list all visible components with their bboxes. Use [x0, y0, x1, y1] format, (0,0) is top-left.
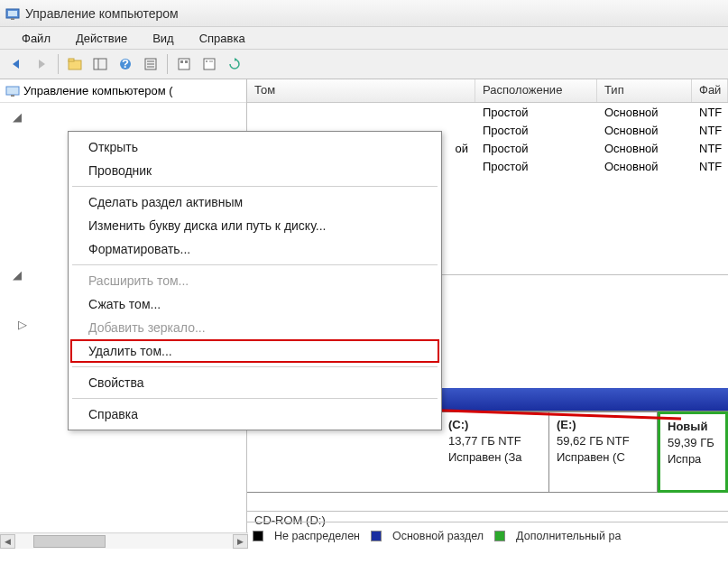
cell-layout: Простой — [475, 158, 597, 175]
volume-status: Испра — [668, 452, 718, 467]
properties-icon[interactable] — [198, 53, 220, 75]
column-type[interactable]: Тип — [597, 79, 692, 102]
app-icon — [5, 6, 20, 21]
legend-extended: Дополнительный ра — [516, 530, 621, 542]
volume-c[interactable]: (C:) 13,77 ГБ NTF Исправен (За — [441, 411, 549, 493]
computer-icon — [5, 84, 20, 98]
menu-help[interactable]: Справка — [187, 29, 258, 48]
horizontal-scrollbar[interactable]: ◀ ▶ — [0, 532, 248, 549]
cell-layout: Простой — [475, 140, 597, 157]
scroll-left-icon[interactable]: ◀ — [0, 534, 15, 549]
ctx-mirror: Добавить зеркало... — [70, 316, 439, 339]
menu-action[interactable]: Действие — [63, 29, 140, 48]
legend: Не распределен Основной раздел Дополните… — [247, 522, 728, 549]
cell-type: Основной — [597, 104, 692, 121]
column-filesystem[interactable]: Фай — [692, 79, 728, 102]
cell-volume — [247, 110, 475, 114]
svg-rect-5 — [94, 59, 106, 69]
scroll-track[interactable] — [15, 534, 233, 549]
list-icon[interactable] — [173, 53, 195, 75]
refresh-icon[interactable] — [224, 53, 245, 75]
menu-view[interactable]: Вид — [140, 29, 187, 48]
legend-swatch-primary — [371, 531, 382, 541]
ctx-separator — [72, 186, 438, 187]
details-icon[interactable] — [140, 53, 161, 75]
svg-point-17 — [206, 60, 207, 62]
cell-type: Основной — [597, 158, 692, 175]
cell-layout: Простой — [475, 104, 597, 121]
legend-swatch-extended — [494, 531, 505, 541]
svg-rect-2 — [11, 18, 14, 20]
svg-text:?: ? — [122, 57, 129, 70]
toolbar-separator — [58, 54, 59, 74]
panel-icon[interactable] — [89, 53, 111, 75]
volume-size: 13,77 ГБ NTF — [448, 434, 541, 448]
cell-fs: NTF — [692, 122, 728, 139]
ctx-separator — [72, 366, 438, 367]
volume-title: (E:) — [557, 418, 650, 432]
expand-icon[interactable]: ▷ — [16, 318, 29, 331]
toolbar: ? — [0, 49, 728, 79]
volume-size: 59,62 ГБ NTF — [557, 434, 650, 448]
ctx-delete-volume[interactable]: Удалить том... — [70, 339, 439, 363]
legend-swatch-unallocated — [253, 531, 263, 541]
table-row[interactable]: Простой Основной NTF — [247, 103, 728, 121]
nav-back-icon[interactable] — [5, 53, 27, 75]
ctx-extend: Расширить том... — [70, 269, 439, 292]
cell-fs: NTF — [692, 104, 728, 121]
tree-root-item[interactable]: Управление компьютером ( — [0, 79, 246, 103]
ctx-make-active[interactable]: Сделать раздел активным — [70, 190, 439, 214]
expand-icon[interactable]: ◢ — [11, 268, 23, 282]
ctx-help[interactable]: Справка — [70, 402, 439, 426]
cell-type: Основной — [597, 140, 692, 157]
column-layout[interactable]: Расположение — [475, 79, 597, 102]
scroll-thumb[interactable] — [33, 535, 106, 548]
cell-layout: Простой — [475, 122, 597, 139]
volume-status: Исправен (С — [557, 450, 650, 465]
svg-rect-13 — [179, 59, 189, 69]
cell-type: Основной — [597, 122, 692, 139]
legend-unallocated: Не распределен — [274, 530, 360, 542]
svg-rect-15 — [185, 60, 188, 63]
context-menu: Открыть Проводник Сделать раздел активны… — [68, 131, 442, 430]
window-title: Управление компьютером — [25, 6, 179, 21]
titlebar: Управление компьютером — [0, 0, 728, 27]
volume-e[interactable]: (E:) 59,62 ГБ NTF Исправен (С — [549, 411, 658, 493]
ctx-format[interactable]: Форматировать... — [70, 237, 439, 261]
volume-new[interactable]: Новый 59,39 ГБ Испра — [658, 411, 728, 493]
ctx-shrink[interactable]: Сжать том... — [70, 292, 439, 316]
volume-title: (C:) — [448, 418, 541, 432]
legend-primary: Основной раздел — [392, 530, 484, 542]
ctx-change-letter[interactable]: Изменить букву диска или путь к диску... — [70, 214, 439, 237]
nav-forward-icon[interactable] — [31, 53, 52, 75]
scroll-right-icon[interactable]: ▶ — [233, 534, 248, 549]
table-header: Том Расположение Тип Фай — [247, 79, 728, 103]
svg-rect-19 — [6, 87, 19, 95]
svg-rect-14 — [180, 60, 183, 63]
svg-rect-20 — [11, 95, 14, 97]
volume-status: Исправен (За — [448, 450, 541, 465]
cell-fs: NTF — [692, 158, 728, 175]
tree-root-label: Управление компьютером ( — [23, 84, 173, 97]
volume-size: 59,39 ГБ — [668, 436, 718, 450]
menubar: Файл Действие Вид Справка — [0, 27, 728, 49]
expand-icon[interactable]: ◢ — [11, 110, 23, 124]
help-icon[interactable]: ? — [115, 53, 136, 75]
ctx-separator — [72, 264, 438, 265]
svg-rect-4 — [69, 59, 74, 61]
folder-icon[interactable] — [64, 53, 86, 75]
ctx-open[interactable]: Открыть — [70, 135, 439, 159]
cell-fs: NTF — [692, 140, 728, 157]
svg-rect-16 — [204, 59, 215, 69]
svg-rect-1 — [8, 11, 17, 16]
ctx-explorer[interactable]: Проводник — [70, 159, 439, 182]
ctx-separator — [72, 398, 438, 399]
menu-file[interactable]: Файл — [9, 29, 63, 48]
column-volume[interactable]: Том — [247, 79, 475, 102]
toolbar-separator — [167, 54, 168, 74]
ctx-properties[interactable]: Свойства — [70, 371, 439, 394]
volume-title: Новый — [668, 420, 718, 434]
